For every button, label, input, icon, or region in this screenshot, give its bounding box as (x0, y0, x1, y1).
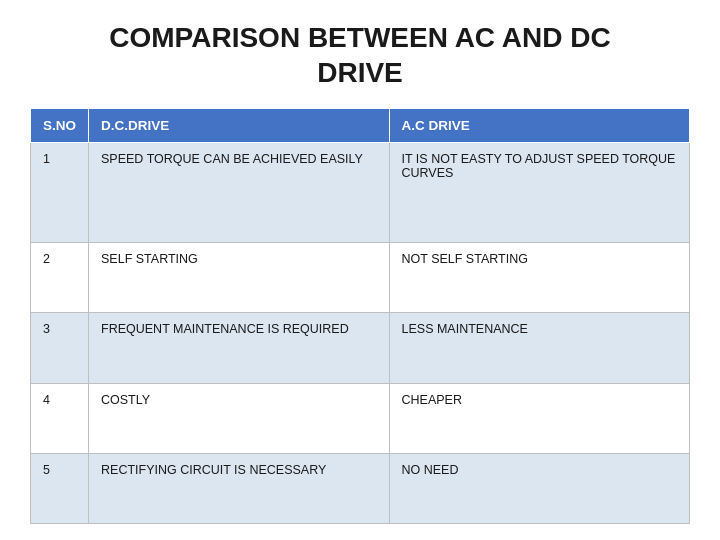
table-row: 5RECTIFYING CIRCUIT IS NECESSARYNO NEED (31, 453, 690, 523)
cell-ac-value: CHEAPER (389, 383, 690, 453)
cell-row-no: 4 (31, 383, 89, 453)
header-dc-drive: D.C.DRIVE (89, 109, 389, 143)
cell-row-no: 5 (31, 453, 89, 523)
cell-dc-value: SELF STARTING (89, 243, 389, 313)
cell-ac-value: IT IS NOT EASTY TO ADJUST SPEED TORQUE C… (389, 143, 690, 243)
cell-row-no: 2 (31, 243, 89, 313)
page-title: COMPARISON BETWEEN AC AND DC DRIVE (30, 20, 690, 90)
cell-ac-value: NO NEED (389, 453, 690, 523)
header-ac-drive: A.C DRIVE (389, 109, 690, 143)
cell-dc-value: FREQUENT MAINTENANCE IS REQUIRED (89, 313, 389, 383)
cell-ac-value: NOT SELF STARTING (389, 243, 690, 313)
table-header-row: S.NO D.C.DRIVE A.C DRIVE (31, 109, 690, 143)
table-row: 1SPEED TORQUE CAN BE ACHIEVED EASILYIT I… (31, 143, 690, 243)
page: COMPARISON BETWEEN AC AND DC DRIVE S.NO … (0, 0, 720, 540)
cell-dc-value: COSTLY (89, 383, 389, 453)
cell-dc-value: SPEED TORQUE CAN BE ACHIEVED EASILY (89, 143, 389, 243)
cell-row-no: 3 (31, 313, 89, 383)
table-row: 3FREQUENT MAINTENANCE IS REQUIREDLESS MA… (31, 313, 690, 383)
table-row: 4COSTLYCHEAPER (31, 383, 690, 453)
cell-dc-value: RECTIFYING CIRCUIT IS NECESSARY (89, 453, 389, 523)
cell-ac-value: LESS MAINTENANCE (389, 313, 690, 383)
comparison-table: S.NO D.C.DRIVE A.C DRIVE 1SPEED TORQUE C… (30, 108, 690, 524)
cell-row-no: 1 (31, 143, 89, 243)
header-sno: S.NO (31, 109, 89, 143)
table-row: 2SELF STARTINGNOT SELF STARTING (31, 243, 690, 313)
